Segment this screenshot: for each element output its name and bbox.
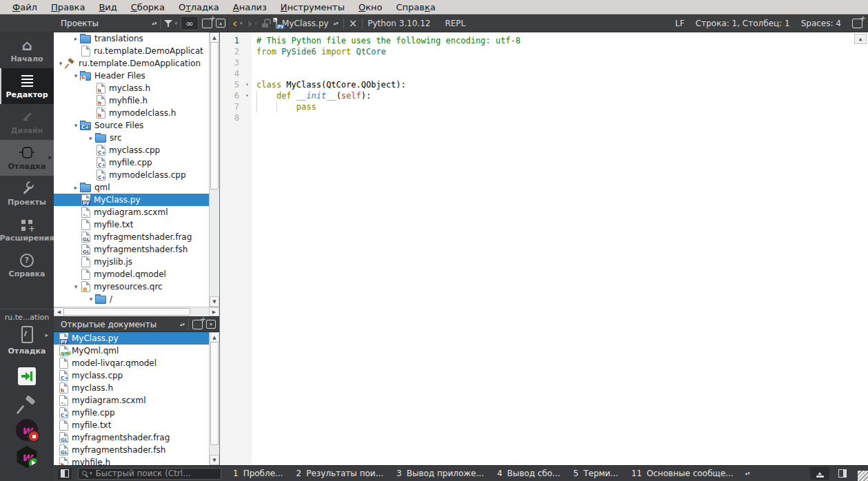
output-panes-combo-icon[interactable]: ▴▾ (745, 472, 750, 475)
fold-marker-icon[interactable]: ▾ (243, 79, 252, 90)
tree-item[interactable]: hmymodelclass.h (54, 107, 210, 119)
fold-marker-icon[interactable]: ▾ (243, 90, 252, 101)
expand-arrow-icon[interactable]: ▾ (87, 296, 95, 303)
list-item[interactable]: GLmyfragmentshader.frag (54, 431, 210, 444)
chevron-down-icon[interactable]: ▾ (240, 21, 243, 26)
tree-item[interactable]: mymodel.qmodel (54, 268, 210, 280)
tree-item[interactable]: ▸src (54, 132, 210, 144)
output-pane-button-4[interactable]: 4Вывод сбо... (492, 467, 566, 480)
menu-Анализ[interactable]: Анализ (226, 1, 274, 13)
mode-help[interactable]: Справка (0, 247, 54, 283)
kit-selector[interactable]: ru.te...ation ▸ Отладка (0, 309, 54, 356)
collapse-arrow-icon[interactable]: ▸ (87, 134, 95, 141)
sync-with-editor-toggle[interactable]: ∞ (181, 16, 199, 30)
tree-item[interactable]: ▾ru.template.DemoApplication (54, 57, 210, 70)
tree-item[interactable]: ∘.mydiagram.scxml (54, 206, 210, 218)
menu-Отладка[interactable]: Отладка (172, 1, 226, 13)
collapse-panel-icon[interactable]: ▾ (206, 320, 216, 329)
split-editor-icon[interactable] (852, 19, 862, 28)
cursor-position-indicator[interactable]: Строка: 1, Столбец: 1 (696, 19, 790, 28)
tree-item[interactable]: ru.template.DemoApplicat (54, 45, 210, 57)
list-item[interactable]: pyMyClass.py (54, 332, 210, 345)
code-line[interactable] (256, 112, 868, 123)
scrollbar-thumb[interactable] (63, 308, 190, 316)
output-pane-button-11[interactable]: 11Основные сообще... (626, 467, 739, 480)
menu-Справка[interactable]: Справка (389, 1, 442, 13)
list-item[interactable]: myfile.txt (54, 419, 210, 431)
scroll-left-button[interactable]: ◀ (54, 307, 64, 316)
list-item[interactable]: hmyhfile.h (54, 456, 210, 465)
expand-arrow-icon[interactable]: ▾ (57, 60, 65, 67)
code-line[interactable]: # This Python file uses the following en… (256, 35, 868, 46)
collapse-arrow-icon[interactable]: ▸ (72, 35, 80, 42)
kit-device-button[interactable]: ▸ (0, 322, 54, 343)
collapse-arrow-icon[interactable]: ▸ (72, 184, 80, 191)
mode-edit[interactable]: Редактор (0, 68, 54, 104)
qds-stop-button[interactable]: w (16, 419, 38, 441)
resize-grip[interactable] (858, 471, 868, 481)
maximize-output-pane-button[interactable] (810, 467, 829, 480)
tree-item[interactable]: hmyhfile.h (54, 94, 210, 107)
list-item[interactable]: hmyclass.h (54, 382, 210, 394)
list-item[interactable]: C+myclass.cpp (54, 369, 210, 382)
open-file-name[interactable]: MyClass.py (282, 19, 329, 28)
list-item[interactable]: C+myfile.cpp (54, 407, 210, 419)
docs-vertical-scrollbar[interactable]: ▲ ▼ (209, 332, 219, 465)
go-forward-button[interactable]: › (248, 19, 252, 28)
scrollbar-thumb[interactable] (210, 342, 219, 445)
code-line[interactable] (256, 68, 868, 79)
qds-run-button[interactable]: w (16, 446, 38, 468)
list-item[interactable]: ∘.mydiagram.scxml (54, 394, 210, 407)
editor-scroll-up-button[interactable]: ▲ (854, 34, 867, 44)
code-line[interactable]: pass (256, 101, 868, 112)
scrollbar-thumb[interactable] (210, 42, 219, 190)
mode-home[interactable]: Начало (0, 32, 54, 68)
panel-combo-icon[interactable]: ▴▾ (152, 22, 157, 25)
tree-item[interactable]: C+mymodelclass.cpp (54, 169, 210, 181)
tree-item[interactable]: GLmyfragmentshader.fsh (54, 243, 210, 256)
output-pane-button-1[interactable]: 1Пробле... (228, 467, 289, 480)
list-item[interactable]: qmlMyQml.qml (54, 345, 210, 357)
code-line[interactable]: class MyClass(QtCore.QObject): (256, 79, 868, 90)
scroll-down-button[interactable]: ▼ (210, 455, 219, 465)
locator-input[interactable]: ▾ Быстрый поиск (Ctrl... (78, 468, 221, 480)
list-item[interactable]: GLmyfragmentshader.fsh (54, 444, 210, 456)
scroll-down-button[interactable]: ▼ (210, 296, 219, 307)
tree-item[interactable]: GLmyfragmentshader.frag (54, 231, 210, 243)
tree-item[interactable]: C+myfile.cpp (54, 156, 210, 169)
collapse-panel-icon[interactable]: ▴ (216, 19, 225, 28)
filter-icon[interactable] (164, 19, 173, 28)
list-item[interactable]: model-livqar.qmodel (54, 357, 210, 369)
scroll-up-button[interactable]: ▲ (210, 32, 219, 43)
code-editor[interactable]: 12345678 ▾▾ # This Python file uses the … (220, 32, 868, 465)
go-back-button[interactable]: ‹ (232, 19, 237, 28)
code-line[interactable]: def __init__(self): (256, 90, 868, 101)
tree-vertical-scrollbar[interactable]: ▲ ▼ (209, 32, 219, 307)
tree-item[interactable]: hmyclass.h (54, 82, 210, 94)
scroll-up-button[interactable]: ▲ (210, 332, 219, 342)
expand-arrow-icon[interactable]: ▾ (72, 122, 80, 129)
panel-title[interactable]: Открытые документы (61, 320, 176, 329)
mode-extensions[interactable]: Расширения (0, 212, 54, 247)
tree-item[interactable]: myfile.txt (54, 218, 210, 231)
menu-Правка[interactable]: Правка (44, 1, 92, 13)
output-pane-button-2[interactable]: 2Результаты пои... (291, 467, 390, 480)
code-line[interactable] (256, 57, 868, 68)
tree-item[interactable]: ▾hHeader Files (54, 70, 210, 82)
output-pane-button-5[interactable]: 5Терми... (568, 467, 624, 480)
tree-item[interactable]: ▸qml (54, 181, 210, 194)
mode-projects[interactable]: Проекты (0, 176, 54, 212)
mode-debug[interactable]: Отладка▸ (0, 140, 54, 176)
tree-item[interactable]: ▾/ (54, 293, 210, 305)
tree-item[interactable]: ▾▦myresources.qrc (54, 280, 210, 293)
line-ending-indicator[interactable]: LF (675, 19, 685, 28)
code-folding-column[interactable]: ▾▾ (243, 32, 252, 465)
run-button[interactable] (18, 367, 36, 385)
menu-Сборка[interactable]: Сборка (124, 1, 172, 13)
scroll-right-button[interactable]: ▶ (209, 307, 219, 316)
tree-item[interactable]: myjslib.js (54, 256, 210, 268)
tree-horizontal-scrollbar[interactable]: ◀ ▶ (54, 307, 219, 316)
expand-arrow-icon[interactable]: ▾ (72, 72, 80, 79)
code-line[interactable]: from PySide6 import QtCore (256, 46, 868, 57)
document-combo-icon[interactable]: ▴▾ (334, 22, 339, 25)
